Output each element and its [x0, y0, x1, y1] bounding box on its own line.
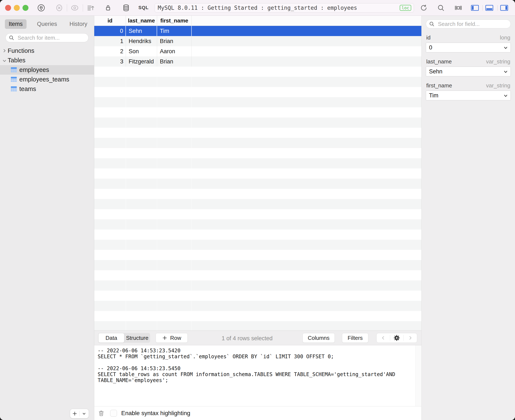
- table-row-empty[interactable]: [94, 240, 421, 250]
- traffic-minimize-button[interactable]: [14, 5, 20, 11]
- table-row-empty[interactable]: [94, 301, 421, 311]
- traffic-close-button[interactable]: [5, 5, 11, 11]
- refresh-icon[interactable]: [420, 4, 428, 12]
- table-row-empty[interactable]: [94, 138, 421, 148]
- table-settings-button[interactable]: [390, 333, 404, 343]
- cell-id[interactable]: 3: [94, 56, 126, 67]
- cell-id[interactable]: 0: [94, 26, 126, 36]
- tab-structure[interactable]: Structure: [124, 333, 150, 343]
- toggle-left-panel-icon[interactable]: [471, 4, 479, 12]
- sql-editor-label[interactable]: SQL: [138, 5, 149, 10]
- cell-first-name[interactable]: Tim: [157, 26, 192, 36]
- tab-history[interactable]: History: [63, 19, 94, 29]
- cell-id[interactable]: 2: [94, 46, 126, 56]
- table-row-empty[interactable]: [94, 97, 421, 107]
- table-row-empty[interactable]: [94, 321, 421, 330]
- chevron-down-icon[interactable]: [2, 59, 7, 63]
- connection-plug-icon[interactable]: [37, 4, 45, 12]
- table-row-empty[interactable]: [94, 280, 421, 291]
- local-connection-badge: loc: [400, 5, 411, 11]
- field-value-select-id[interactable]: 0: [426, 43, 511, 52]
- table-row-empty[interactable]: [94, 128, 421, 138]
- table-row[interactable]: 1 Hendriks Brian: [94, 36, 421, 46]
- table-row-empty[interactable]: [94, 179, 421, 189]
- tab-items[interactable]: Items: [0, 19, 31, 29]
- tab-data[interactable]: Data: [98, 333, 124, 343]
- table-row-empty[interactable]: [94, 270, 421, 280]
- cell-first-name[interactable]: Brian: [157, 56, 192, 67]
- toggle-bottom-panel-icon[interactable]: [485, 4, 493, 12]
- add-item-plus-button[interactable]: [70, 409, 79, 418]
- chevron-down-icon: [503, 69, 508, 75]
- lock-icon[interactable]: [104, 4, 112, 12]
- cell-last-name[interactable]: Sehn: [126, 26, 157, 36]
- field-type: var_string: [486, 58, 510, 65]
- table-row-empty[interactable]: [94, 158, 421, 168]
- previous-page-button[interactable]: [377, 333, 390, 343]
- column-header-last-name[interactable]: last_name: [126, 16, 157, 26]
- table-row[interactable]: 0 Sehn Tim: [94, 26, 421, 36]
- table-row-empty[interactable]: [94, 219, 421, 230]
- field-value-select-last-name[interactable]: Sehn: [426, 67, 511, 76]
- traffic-zoom-button[interactable]: [23, 5, 28, 11]
- add-item-split-button[interactable]: [70, 409, 89, 418]
- field-name: id: [426, 34, 430, 41]
- filters-button[interactable]: Filters: [342, 333, 368, 343]
- clear-console-trash-icon[interactable]: [98, 410, 105, 417]
- table-row-empty[interactable]: [94, 291, 421, 301]
- cell-first-name[interactable]: Aaron: [157, 46, 192, 56]
- cell-id[interactable]: 1: [94, 36, 126, 46]
- table-row-empty[interactable]: [94, 230, 421, 240]
- table-row[interactable]: 3 Fitzgerald Brian: [94, 56, 421, 67]
- chevron-right-icon[interactable]: [2, 48, 7, 53]
- export-dump-icon[interactable]: [87, 4, 95, 12]
- next-page-button[interactable]: [404, 333, 417, 343]
- tree-group-functions[interactable]: Functions: [0, 46, 94, 56]
- cell-last-name[interactable]: Fitzgerald: [126, 56, 157, 67]
- table-row-empty[interactable]: [94, 209, 421, 219]
- table-row-empty[interactable]: [94, 107, 421, 118]
- table-row-empty[interactable]: [94, 148, 421, 158]
- chevron-down-icon: [503, 93, 508, 98]
- console-drawer-icon[interactable]: [454, 4, 462, 12]
- table-row-empty[interactable]: [94, 311, 421, 321]
- table-row-empty[interactable]: [94, 118, 421, 128]
- field-search-input[interactable]: [426, 20, 511, 28]
- table-row-empty[interactable]: [94, 250, 421, 260]
- field-value-select-first-name[interactable]: Tim: [426, 90, 511, 100]
- table-icon: [11, 77, 17, 82]
- tree-group-tables[interactable]: Tables: [0, 56, 94, 65]
- column-header-id[interactable]: id: [94, 16, 126, 26]
- search-icon[interactable]: [437, 4, 445, 12]
- item-search-input[interactable]: [6, 33, 89, 42]
- search-icon: [8, 35, 15, 41]
- table-icon: [11, 86, 17, 92]
- sidebar-item-employees-teams[interactable]: employees_teams: [0, 75, 94, 84]
- toggle-right-panel-icon[interactable]: [500, 4, 508, 12]
- console-scrollbar[interactable]: [415, 345, 421, 406]
- cell-last-name[interactable]: Son: [126, 46, 157, 56]
- add-row-button[interactable]: Row: [156, 333, 188, 343]
- table-row-empty[interactable]: [94, 199, 421, 209]
- query-console[interactable]: -- 2022-06-06 14:53:23.5420 SELECT * FRO…: [94, 345, 421, 406]
- sidebar-item-teams[interactable]: teams: [0, 84, 94, 94]
- syntax-highlighting-checkbox[interactable]: [110, 410, 117, 417]
- add-item-menu-button[interactable]: [80, 409, 89, 418]
- table-row[interactable]: 2 Son Aaron: [94, 46, 421, 56]
- cell-first-name[interactable]: Brian: [157, 36, 192, 46]
- tab-queries[interactable]: Queries: [31, 19, 63, 29]
- app-window: SQL MySQL 8.0.11 : Getting Started : get…: [0, 0, 515, 420]
- table-row-empty[interactable]: [94, 189, 421, 199]
- chevron-left-icon: [380, 335, 386, 341]
- sidebar-tree: Functions Tables employees: [0, 46, 94, 94]
- table-row-empty[interactable]: [94, 67, 421, 77]
- table-row-empty[interactable]: [94, 87, 421, 97]
- database-icon[interactable]: [122, 4, 130, 12]
- sidebar-item-employees[interactable]: employees: [0, 65, 94, 75]
- table-row-empty[interactable]: [94, 168, 421, 179]
- table-row-empty[interactable]: [94, 77, 421, 87]
- columns-button[interactable]: Columns: [302, 333, 335, 343]
- cell-last-name[interactable]: Hendriks: [126, 36, 157, 46]
- column-header-first-name[interactable]: first_name: [157, 16, 192, 26]
- table-row-empty[interactable]: [94, 260, 421, 270]
